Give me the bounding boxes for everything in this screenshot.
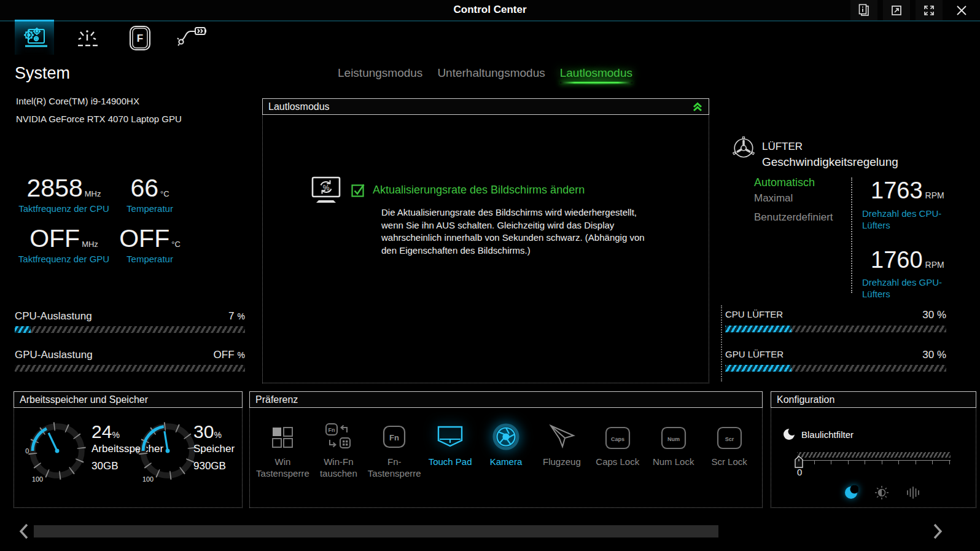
fan-option-maximal[interactable]: Maximal [754,192,793,205]
cpu-frequency-stat: 2858MHz Taktfrequenz der CPU [15,176,113,214]
svg-text:F: F [137,33,143,44]
refresh-rate-description: Die Aktualisierungsrate des Bildschirms … [381,206,647,257]
gpu-temperature-stat: OFF°C Temperatur [113,226,187,264]
svg-text:Fn: Fn [329,427,335,433]
quiet-panel-title: Lautlosmodus [268,101,330,112]
config-panel: Konfiguration Blaulichtfilter 0 [771,391,976,508]
storage-gauge: 0 100 [134,418,201,484]
pref-fn-key-lock[interactable]: Fn Fn-Tastensperre [367,415,422,479]
svg-text:Fn: Fn [389,433,399,442]
svg-text:100: 100 [32,475,43,483]
cpu-name: Intel(R) Core(TM) i9-14900HX [16,96,139,106]
gpu-usage-row: GPU-Auslastung OFF% [15,349,245,361]
memory-gauge: 0 100 [24,418,90,484]
fan-divider [851,178,852,293]
pref-scr-lock[interactable]: Scr Scr Lock [701,415,757,479]
fan-icon [732,136,755,160]
nav-tab-fn-keys[interactable]: F [120,21,160,55]
window-title: Control Center [0,4,980,16]
svg-text:0: 0 [25,447,29,455]
nav-tab-backlight[interactable] [68,21,107,55]
cpu-fan-bar [725,326,946,332]
bluelight-slider-value: 0 [797,467,802,477]
touchpad-icon [435,425,465,451]
brightness-tab-icon[interactable] [874,485,889,500]
gpu-usage-bar [15,365,245,372]
main-nav: F [15,21,212,55]
gpu-fan-rpm: 1760RPM [871,248,944,272]
moon-icon [782,428,796,441]
restore-button[interactable] [883,0,910,20]
fan-option-automatisch[interactable]: Automatisch [754,176,815,189]
sound-tab-icon[interactable] [905,485,921,500]
tab-leistungsmodus[interactable]: Leistungsmodus [335,65,425,85]
refresh-rate-checkbox-label[interactable]: Aktualisierungsrate des Bildschirms ände… [373,184,585,197]
preference-panel: Präferenz Win Tastensperre [249,391,763,508]
restore-icon [890,4,903,17]
camera-icon [492,423,520,451]
num-lock-key-icon: Num [659,425,688,451]
config-panel-title: Konfiguration [777,394,834,405]
titlebar: Control Center [0,0,980,21]
pref-win-fn-swap[interactable]: Fn Win-Fn tauschen [311,415,367,479]
pref-caps-lock[interactable]: Caps Caps Lock [589,415,645,479]
gpu-name: NVIDIA GeForce RTX 4070 Laptop GPU [16,114,182,124]
collapse-chevrons-icon[interactable] [692,102,703,112]
svg-text:Num: Num [667,436,680,442]
control-center-window: Control Center [0,0,980,551]
scroll-right-icon[interactable] [932,523,943,539]
svg-text:Caps: Caps [611,436,624,442]
svg-text:Scr: Scr [725,436,734,442]
horizontal-scrollbar-thumb[interactable] [34,525,718,537]
pref-camera[interactable]: Kamera [478,415,534,479]
fan-option-benutzerdefiniert[interactable]: Benutzerdefiniert [754,211,833,224]
cpu-fan-rpm-label: Drehzahl des CPU-Lüfters [862,208,948,231]
gpu-fan-rpm-label: Drehzahl des GPU-Lüfters [862,276,948,300]
fan-title: LÜFTER [762,141,803,153]
cpu-fan-rpm: 1763RPM [871,179,944,202]
gpu-fan-bar-row: GPU LÜFTER 30 % [725,349,946,361]
pref-airplane-mode[interactable]: Flugzeug [534,415,589,479]
gpu-frequency-stat: OFFMHz Taktfrequenz der GPU [15,226,113,264]
system-heading: System [15,64,70,83]
memory-panel: Arbeitsspeicher und Speicher 0 100 24% A… [14,391,243,508]
close-icon [956,5,967,16]
expand-icon [923,4,935,17]
svg-text:0: 0 [136,447,139,455]
pref-touchpad[interactable]: Touch Pad [422,415,478,479]
close-button[interactable] [948,0,975,20]
airplane-icon [547,423,577,451]
bluelight-tab-icon[interactable] [844,485,858,500]
bluelight-filter-label: Blaulichtfilter [801,429,854,440]
memory-panel-title: Arbeitsspeicher und Speicher [20,394,148,405]
pref-win-key-lock[interactable]: Win Tastensperre [255,415,311,479]
bluelight-slider-handle[interactable] [795,456,803,468]
win-key-icon [269,424,296,451]
fullscreen-button[interactable] [916,0,943,20]
cpu-fan-bar-row: CPU LÜFTER 30 % [725,309,946,321]
scroll-left-icon[interactable] [18,523,29,539]
svg-text:%: % [323,184,330,192]
bluelight-slider-track[interactable] [797,452,951,458]
nav-tab-system[interactable] [15,20,54,55]
fn-key-icon: Fn [380,423,408,451]
storage-gauge-text: 30% Speicher 930GB [193,423,240,472]
info-doc-icon [857,4,871,17]
pref-num-lock[interactable]: Num Num Lock [645,415,701,479]
gpu-fan-bar [725,365,946,372]
tab-lautlosmodus[interactable]: Lautlosmodus [558,65,635,85]
cpu-temperature-stat: 66°C Temperatur [113,176,187,214]
info-button[interactable] [850,0,877,20]
f-key-icon: F [127,25,153,52]
checkbox-checked-icon[interactable] [351,183,365,197]
mode-tabs: Leistungsmodus Unterhaltungsmodus Lautlo… [258,65,712,85]
svg-text:100: 100 [142,475,154,483]
cpu-usage-bar [15,326,245,333]
bluelight-slider-ticks [797,460,951,464]
nav-tab-power[interactable] [173,21,212,55]
cpu-usage-row: CPU-Auslastung 7% [15,310,245,322]
caps-lock-key-icon: Caps [604,425,632,451]
tab-unterhaltungsmodus[interactable]: Unterhaltungsmodus [435,65,547,85]
scr-lock-key-icon: Scr [715,425,744,451]
preference-panel-title: Präferenz [255,394,298,405]
